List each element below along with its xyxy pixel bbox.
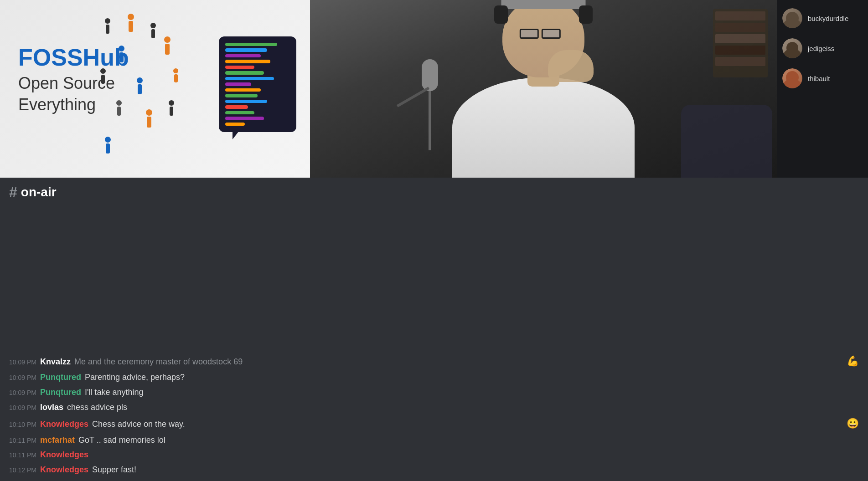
- sidebar-user-buckydurddle[interactable]: buckydurddle: [777, 5, 868, 32]
- msg-content: I'll take anything: [85, 386, 859, 399]
- username-buckydurddle: buckydurddle: [808, 15, 848, 22]
- people-figures: [91, 9, 310, 178]
- main-video-area: FOSSHub Open Source Everything: [0, 0, 777, 178]
- channel-name: on-air: [21, 185, 57, 200]
- msg-author: lovlas: [40, 401, 63, 414]
- msg-author: mcfarhat: [40, 434, 75, 447]
- msg-author: Knvalzz: [40, 355, 71, 368]
- avatar-jedigeiss: [782, 38, 802, 58]
- msg-content: Me and the ceremony master of woodstock …: [74, 355, 843, 368]
- msg-time: 10:11 PM: [9, 450, 36, 460]
- sidebar-user-thibault[interactable]: thibault: [777, 65, 868, 92]
- chat-messages: 10:09 PM Knvalzz Me and the ceremony mas…: [0, 207, 868, 481]
- chat-area: # on-air 10:09 PM Knvalzz Me and the cer…: [0, 178, 868, 481]
- sidebar-user-jedigeiss[interactable]: jedigeiss: [777, 35, 868, 62]
- username-jedigeiss: jedigeiss: [808, 45, 834, 52]
- msg-content: chess advice pls: [67, 401, 859, 414]
- list-item: 10:10 PM Knowledges Chess advice on the …: [9, 415, 859, 431]
- avatar-buckydurddle: [782, 8, 802, 28]
- msg-emoji: 😀: [847, 415, 859, 431]
- msg-author: Knowledges: [40, 418, 88, 431]
- top-section: FOSSHub Open Source Everything: [0, 0, 868, 178]
- msg-author: Punqtured: [40, 371, 81, 384]
- msg-author: Punqtured: [40, 386, 81, 399]
- msg-author: Knowledges: [40, 463, 88, 476]
- msg-time: 10:09 PM: [9, 357, 36, 367]
- msg-content: Parenting advice, perhaps?: [85, 371, 859, 384]
- list-item: 10:09 PM Punqtured Parenting advice, per…: [9, 371, 859, 384]
- list-item: 10:09 PM lovlas chess advice pls: [9, 401, 859, 414]
- channel-header: # on-air: [0, 178, 868, 207]
- avatar-thibault: [782, 68, 802, 88]
- list-item: 10:09 PM Punqtured I'll take anything: [9, 386, 859, 399]
- msg-time: 10:09 PM: [9, 373, 36, 383]
- sidebar: buckydurddle jedigeiss thibault: [777, 0, 868, 178]
- list-item: 10:09 PM Knvalzz Me and the ceremony mas…: [9, 353, 859, 369]
- slide-panel: FOSSHub Open Source Everything: [0, 0, 310, 178]
- microphone: [429, 77, 431, 150]
- msg-time: 10:09 PM: [9, 403, 36, 413]
- list-item: 10:11 PM Knowledges: [9, 448, 859, 461]
- msg-time: 10:09 PM: [9, 388, 36, 398]
- msg-content: Chess advice on the way.: [92, 418, 843, 431]
- msg-time: 10:12 PM: [9, 465, 36, 475]
- msg-author: Knowledges: [40, 448, 88, 461]
- list-item: 10:11 PM mcfarhat GoT .. sad memories lo…: [9, 434, 859, 447]
- list-item: 10:12 PM Knowledges Supper fast!: [9, 463, 859, 476]
- msg-emoji: 💪: [847, 353, 859, 369]
- webcam-panel: [310, 0, 777, 178]
- msg-time: 10:10 PM: [9, 420, 36, 430]
- msg-content: Supper fast!: [92, 463, 859, 476]
- code-bubble: [219, 36, 296, 132]
- msg-time: 10:11 PM: [9, 435, 36, 445]
- channel-hash: #: [9, 185, 17, 200]
- username-thibault: thibault: [808, 75, 830, 82]
- msg-content: GoT .. sad memories lol: [78, 434, 859, 447]
